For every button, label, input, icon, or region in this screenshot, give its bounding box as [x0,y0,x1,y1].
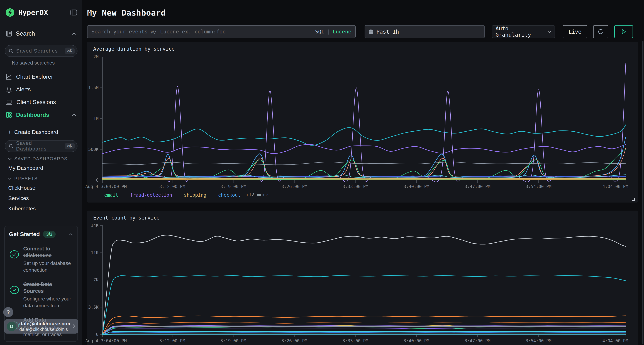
checklist-item-connect[interactable]: Connect to ClickHouse Set up your databa… [9,245,73,274]
chart-legend: emailfraud-detectionshippingcheckout+12 … [98,192,638,198]
event-search-box[interactable]: SQL | Lucene [87,25,356,38]
legend-item[interactable]: email [98,192,118,198]
sidebar-item-alerts[interactable]: Alerts [4,83,78,96]
search-icon [8,48,14,53]
get-started-progress-badge: 3/3 [43,231,56,238]
chevron-up-icon [72,113,76,116]
sidebar-item-chart-explorer[interactable]: Chart Explorer [4,70,78,83]
chevron-right-icon [72,324,76,329]
svg-text:3:47:00 PM: 3:47:00 PM [464,184,490,189]
granularity-value: Auto Granularity [496,25,547,38]
page-title: My New Dashboard [87,8,644,17]
event-count-chart: 14K11K7K3.5K0Aug 4 3:04:00 PM3:12:00 PM3… [87,222,631,344]
sidebar-item-label: Search [16,30,68,37]
dashboard-controls: SQL | Lucene Past 1h Auto Granularity [87,25,644,38]
chevron-down-icon [547,30,551,33]
check-circle-icon [9,245,20,274]
svg-text:3:54:00 PM: 3:54:00 PM [526,184,552,189]
svg-text:3:47:00 PM: 3:47:00 PM [464,339,490,344]
chevron-down-icon [8,158,12,160]
sidebar-item-kubernetes[interactable]: Kubernetes [4,203,78,214]
sidebar-item-client-sessions[interactable]: Client Sessions [4,96,78,108]
user-email: dale@clickhouse.com [19,321,70,327]
panel-resize-handle[interactable] [632,198,635,201]
sidebar-item-label: Client Sessions [16,99,76,105]
shortcut-badge: ⌘K [65,143,74,149]
laptop-icon [6,99,12,105]
logo-row: HyperDX [4,6,78,19]
svg-text:2M: 2M [94,54,98,59]
svg-text:14K: 14K [91,223,99,228]
search-input[interactable] [92,28,312,35]
search-section-icon [6,30,12,37]
svg-text:3:26:00 PM: 3:26:00 PM [282,339,307,344]
mode-divider: | [327,28,330,35]
sidebar-item-search[interactable]: Search [4,27,78,40]
svg-text:4:04:00 PM: 4:04:00 PM [602,184,628,189]
legend-item[interactable]: checkout [212,192,240,198]
collapse-sidebar-icon[interactable] [70,9,77,15]
saved-dashboards-section-toggle[interactable]: SAVED DASHBOARDS [4,153,78,163]
avatar: D [7,322,16,331]
svg-text:3:19:00 PM: 3:19:00 PM [220,339,246,344]
divider [0,123,82,123]
play-icon [621,29,626,34]
svg-text:3:54:00 PM: 3:54:00 PM [526,339,552,344]
sidebar-item-label: Chart Explorer [16,73,76,80]
run-query-button[interactable] [614,25,633,38]
refresh-button[interactable] [593,25,608,38]
svg-text:1M: 1M [94,116,98,121]
dashboards-grid-icon [6,112,12,118]
time-range-picker[interactable]: Past 1h [364,25,485,38]
svg-text:3:40:00 PM: 3:40:00 PM [404,339,430,344]
sidebar: HyperDX Search [0,0,82,345]
sidebar-item-clickhouse[interactable]: ClickHouse [4,183,78,193]
chevron-up-icon [72,32,76,35]
svg-text:1.5M: 1.5M [88,85,98,90]
granularity-select[interactable]: Auto Granularity [492,25,555,38]
svg-text:3:33:00 PM: 3:33:00 PM [342,184,368,189]
average-duration-chart: 2M1.5M1M500K0Aug 4 3:04:00 PM3:12:00 PM3… [87,53,631,191]
legend-item[interactable]: fraud-detection [124,192,172,198]
saved-searches-placeholder: Saved Searches [16,48,62,54]
refresh-icon [598,28,604,35]
svg-text:4:04:00 PM: 4:04:00 PM [602,339,628,344]
sidebar-item-label: Dashboards [16,111,68,118]
hyperdx-logo-icon[interactable] [5,7,15,17]
help-button[interactable]: ? [3,307,13,317]
saved-searches-input[interactable]: Saved Searches ⌘K [5,45,78,57]
lucene-mode-toggle[interactable]: Lucene [332,28,351,35]
search-icon [8,144,14,149]
sidebar-item-services[interactable]: Services [4,193,78,203]
time-range-value: Past 1h [376,28,399,35]
svg-text:3:33:00 PM: 3:33:00 PM [342,339,368,344]
no-saved-searches-text: No saved searches [12,60,78,66]
saved-dashboards-input[interactable]: Saved Dashboards ⌘K [5,140,78,152]
chart-explorer-icon [6,74,12,80]
plus-icon: + [8,128,12,135]
legend-more-link[interactable]: +12 more [246,192,268,198]
presets-section-toggle[interactable]: PRESETS [4,173,78,183]
vertical-scrollbar[interactable] [642,41,644,344]
sidebar-item-my-dashboard[interactable]: My Dashboard [4,163,78,173]
svg-text:3:40:00 PM: 3:40:00 PM [404,184,430,189]
shortcut-badge: ⌘K [65,47,74,54]
get-started-title: Get Started [9,231,40,238]
live-button[interactable]: Live [563,25,587,38]
create-dashboard-button[interactable]: + Create Dashboard [4,125,78,137]
sidebar-item-dashboards[interactable]: Dashboards [4,108,78,121]
svg-text:Aug 4 3:04:00 PM: Aug 4 3:04:00 PM [85,339,127,344]
user-team: dale@clickhouse.com's [19,327,70,332]
checklist-item-sources[interactable]: Create Data Sources Configure where your… [9,281,73,309]
svg-text:11K: 11K [91,250,99,255]
user-menu[interactable]: D dale@clickhouse.com dale@clickhouse.co… [4,319,78,334]
legend-item[interactable]: shipping [178,192,206,198]
saved-dashboards-placeholder: Saved Dashboards [16,140,62,152]
sql-mode-toggle[interactable]: SQL [315,28,324,35]
svg-text:Aug 4 3:04:00 PM: Aug 4 3:04:00 PM [85,184,127,189]
chevron-up-icon[interactable] [68,233,73,236]
chevron-down-icon [8,178,12,180]
svg-text:3:12:00 PM: 3:12:00 PM [160,339,185,344]
svg-text:3.5K: 3.5K [88,305,98,310]
svg-text:3:12:00 PM: 3:12:00 PM [160,184,185,189]
